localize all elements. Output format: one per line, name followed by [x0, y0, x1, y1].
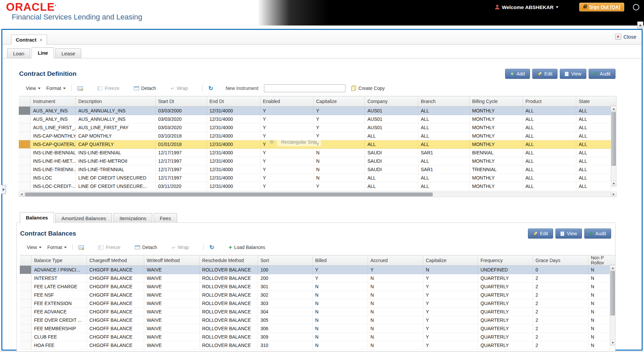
query-by-example-button[interactable]	[77, 86, 83, 91]
tab-itemizations[interactable]: Itemizations	[113, 213, 152, 223]
wrap-button[interactable]: Wrap	[171, 245, 189, 250]
column-header-end-dt[interactable]: End Dt	[207, 96, 260, 107]
page-scroll-up-button[interactable]	[637, 21, 643, 29]
column-header-company[interactable]: Company	[365, 96, 418, 107]
row-handle[interactable]	[20, 291, 31, 299]
column-header-writeoff-method[interactable]: Writeoff Method	[144, 255, 199, 266]
table-row[interactable]: FEE EXTENSIONCHGOFF BALANCEWAIVEROLLOVER…	[20, 299, 610, 308]
detach-button[interactable]: Detach	[134, 86, 156, 91]
wrap-button[interactable]: Wrap	[170, 86, 188, 91]
column-header-billing-cycle[interactable]: Billing Cycle	[469, 96, 523, 107]
column-header-chargeoff-method[interactable]: Chargeoff Method	[87, 255, 144, 266]
table-row[interactable]: FEE NSFCHGOFF BALANCEWAIVEROLLOVER BALAN…	[20, 291, 610, 299]
column-header-branch[interactable]: Branch	[418, 96, 469, 107]
tab-amortized-balances[interactable]: Amortized Balances	[55, 213, 112, 223]
column-header-billed[interactable]: Billed	[312, 255, 368, 266]
table-row[interactable]: AUS_ANLY_INSAUS_ANNUALLY_INS03/03/202012…	[19, 115, 611, 123]
row-handle[interactable]	[19, 123, 30, 132]
table-row[interactable]: FEE OVER CREDIT ...CHGOFF BALANCEWAIVERO…	[20, 316, 610, 324]
view-button[interactable]: View	[555, 229, 582, 239]
row-handle[interactable]	[19, 132, 30, 140]
scrollbar-thumb[interactable]	[610, 271, 615, 315]
column-header-balance-type[interactable]: Balance Type	[31, 255, 87, 266]
query-by-example-button[interactable]	[78, 245, 84, 250]
table-row[interactable]: FEE ADVANCECHGOFF BALANCEWAIVEROLLOVER B…	[20, 308, 610, 316]
column-header-frequency[interactable]: Frequency	[478, 255, 533, 266]
horizontal-scrollbar[interactable]	[19, 192, 616, 197]
row-handle[interactable]	[20, 283, 31, 291]
tab-fees[interactable]: Fees	[154, 213, 177, 223]
scroll-down-button[interactable]	[610, 340, 615, 345]
vertical-scrollbar[interactable]	[610, 265, 615, 346]
row-handle[interactable]	[19, 107, 30, 115]
table-row[interactable]: INS-CAP-MONTHLYCAP MONTHLY03/10/201812/3…	[19, 132, 611, 140]
user-menu[interactable]: Welcome ABSHEKAR	[495, 4, 558, 10]
view-menu[interactable]: View	[26, 86, 41, 91]
table-row[interactable]: AUS_LINE_FIRST_...AUS_LINE_FIRST_PAY03/0…	[19, 123, 611, 132]
row-handle[interactable]	[19, 182, 30, 191]
view-button[interactable]: View	[560, 69, 586, 79]
panel-expand-toggle[interactable]	[1, 185, 6, 194]
scroll-up-button[interactable]	[610, 265, 615, 271]
format-menu[interactable]: Format	[47, 245, 67, 250]
row-handle[interactable]	[19, 115, 30, 123]
column-header-start-dt[interactable]: Start Dt	[155, 96, 207, 107]
column-header-grace-days[interactable]: Grace Days	[533, 255, 588, 266]
table-row[interactable]: ADVANCE / PRINCI...CHGOFF BALANCEWAIVERO…	[20, 266, 610, 274]
new-instrument-input[interactable]	[264, 84, 345, 92]
column-header-enabled[interactable]: Enabled	[260, 96, 313, 107]
table-row[interactable]: FEE LATE CHARGECHGOFF BALANCEWAIVEROLLOV…	[20, 283, 610, 291]
table-row[interactable]: INS-LINE-HE-MET...INS-LINE-HE-METROII12/…	[19, 157, 611, 165]
row-handle[interactable]	[19, 165, 30, 174]
row-handle[interactable]	[20, 308, 31, 316]
table-row[interactable]: FEE MEMBERSHIPCHGOFF BALANCEWAIVEROLLOVE…	[20, 324, 610, 333]
column-header-sort[interactable]: Sort	[258, 255, 312, 266]
tab-balances[interactable]: Balances	[20, 212, 54, 223]
row-handle[interactable]	[19, 140, 30, 149]
tab-close-icon[interactable]: ×	[40, 37, 43, 43]
sign-out-button[interactable]: Sign Out [QA]	[579, 3, 624, 11]
scroll-up-button[interactable]	[611, 106, 616, 112]
table-row[interactable]: INS-LOC-CREDIT-...LINE OF CREDIT UNSECUR…	[19, 182, 611, 191]
column-header-description[interactable]: Description	[75, 96, 155, 107]
freeze-button[interactable]: Freeze	[97, 86, 119, 91]
tab-lease[interactable]: Lease	[55, 48, 81, 58]
edit-button[interactable]: Edit	[528, 229, 553, 239]
add-button[interactable]: Add	[505, 69, 530, 79]
column-header-capitalize[interactable]: Capitalize	[423, 255, 478, 266]
row-handle[interactable]	[19, 157, 30, 165]
table-row[interactable]: HOA FEECHGOFF BALANCEWAIVEROLLOVER BALAN…	[20, 341, 610, 350]
row-handle[interactable]	[20, 299, 31, 308]
oracle-ring-icon[interactable]	[633, 4, 639, 10]
row-handle[interactable]	[20, 274, 31, 283]
load-balances-button[interactable]: Load Balances	[228, 244, 265, 250]
row-handle[interactable]	[20, 266, 31, 274]
column-header-instrument[interactable]: Instrument	[30, 96, 75, 107]
scroll-left-button[interactable]	[19, 192, 24, 197]
scroll-right-button[interactable]	[611, 192, 616, 197]
refresh-button[interactable]	[208, 86, 213, 91]
table-row[interactable]: CLUB FEECHGOFF BALANCEWAIVEROLLOVER BALA…	[20, 333, 610, 341]
column-header-reschedule-method[interactable]: Reschedule Method	[199, 255, 258, 266]
tab-loan[interactable]: Loan	[7, 48, 30, 58]
scrollbar-thumb[interactable]	[25, 193, 433, 196]
view-menu[interactable]: View	[27, 245, 42, 250]
table-row[interactable]: INS-LOCLINE OF CREDIT UNSECURED12/17/199…	[19, 174, 611, 182]
column-header-accrued[interactable]: Accrued	[368, 255, 423, 266]
table-row[interactable]: INS-LINE-BIENNIALINS-LINE-BIENNIAL12/17/…	[19, 149, 611, 157]
scrollbar-thumb[interactable]	[611, 112, 616, 166]
table-row[interactable]: INS-LINE-TRIENNI...INS-LINE-TRIENNIAL12/…	[19, 165, 611, 174]
row-handle[interactable]	[20, 333, 31, 341]
format-menu[interactable]: Format	[46, 86, 66, 91]
column-header-state[interactable]: State	[576, 96, 611, 107]
scroll-down-button[interactable]	[611, 181, 616, 186]
create-copy-button[interactable]: Create Copy	[351, 86, 385, 91]
column-header-non-p-rollov[interactable]: Non P Rollov	[588, 255, 610, 266]
row-handle[interactable]	[20, 324, 31, 333]
tab-line[interactable]: Line	[32, 47, 54, 58]
audit-button[interactable]: Audit	[589, 69, 615, 79]
table-row[interactable]: INS-CAP-QUATERLYCAP QUATERLY01/01/201812…	[19, 140, 611, 149]
column-header-product[interactable]: Product	[523, 96, 576, 107]
row-handle[interactable]	[20, 341, 31, 350]
refresh-button[interactable]	[209, 245, 214, 250]
